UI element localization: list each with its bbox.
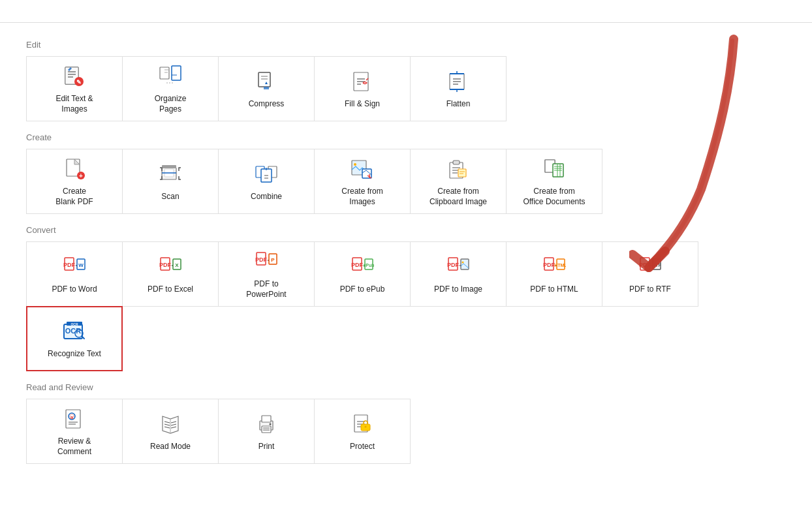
svg-rect-54: [461, 259, 469, 269]
svg-rect-8: [172, 66, 181, 80]
tool-label-edit-text-images: Edit Text &Images: [55, 94, 93, 114]
section-label-read-review: Read and Review: [26, 382, 786, 392]
tools-grid-convert: PDF W PDF to Word PDF X PDF to Excel PDF…: [26, 241, 786, 371]
svg-text:PDF: PDF: [639, 262, 651, 268]
tool-icon-combine: [253, 161, 279, 187]
tool-label-combine: Combine: [251, 192, 282, 202]
tool-icon-review-comment: a: [61, 406, 87, 432]
tool-icon-pdf-to-powerpoint: PDF P: [253, 249, 279, 275]
tool-icon-read-mode: [157, 411, 183, 437]
svg-text:PDF: PDF: [543, 262, 555, 268]
tool-label-print: Print: [258, 442, 275, 452]
tools-grid-read-review: a Review &Comment Read Mode P: [26, 399, 786, 463]
tool-label-pdf-to-epub: PDF to ePub: [340, 284, 385, 295]
svg-text:HTML: HTML: [554, 263, 566, 268]
tool-icon-fill-sign: [349, 69, 375, 95]
tool-icon-pdf-to-html: PDF HTML: [541, 254, 567, 280]
tool-icon-create-from-images: [349, 156, 375, 182]
section-label-convert: Convert: [26, 225, 786, 235]
tool-card-pdf-to-html[interactable]: PDF HTML PDF to HTML: [506, 241, 602, 307]
tool-icon-flatten: [445, 69, 471, 95]
tool-label-pdf-to-html: PDF to HTML: [530, 284, 578, 295]
section-label-edit: Edit: [26, 40, 786, 50]
svg-point-90: [365, 425, 367, 427]
tool-card-create-blank-pdf[interactable]: + CreateBlank PDF: [26, 149, 123, 214]
svg-rect-84: [262, 426, 271, 433]
svg-point-55: [462, 261, 464, 263]
tool-icon-create-from-clipboard: [445, 156, 471, 182]
tool-card-compress[interactable]: Compress: [218, 56, 315, 121]
content-area: Edit ✎ Edit Text &Images OrganizePages: [0, 23, 812, 498]
tool-label-flatten: Flatten: [446, 99, 471, 110]
svg-text:PDF: PDF: [255, 256, 268, 263]
svg-text:PDF: PDF: [63, 262, 76, 268]
tool-label-recognize-text: Recognize Text: [48, 349, 101, 360]
tool-label-protect: Protect: [350, 442, 375, 452]
tool-icon-pdf-to-epub: PDF ePub: [349, 254, 375, 280]
svg-text:RTF: RTF: [652, 263, 661, 268]
svg-point-87: [270, 423, 272, 425]
tool-icon-edit-text-images: ✎: [61, 63, 87, 89]
tool-label-organize-pages: OrganizePages: [155, 94, 187, 114]
tool-icon-create-from-office: [541, 156, 567, 182]
tools-grid-create: + CreateBlank PDF Scan Combine: [26, 149, 786, 213]
tool-icon-print: [253, 411, 279, 437]
tool-card-review-comment[interactable]: a Review &Comment: [26, 399, 123, 464]
svg-text:PDF: PDF: [447, 262, 460, 268]
tool-card-create-from-office[interactable]: Create fromOffice Documents: [506, 149, 602, 214]
page-title: [0, 0, 812, 23]
svg-rect-17: [162, 165, 176, 168]
tool-card-create-from-images[interactable]: Create fromImages: [314, 149, 411, 214]
tool-label-compress: Compress: [249, 99, 285, 110]
tool-card-create-from-clipboard[interactable]: Create fromClipboard Image: [410, 149, 507, 214]
tool-card-pdf-to-word[interactable]: PDF W PDF to Word: [26, 241, 123, 307]
svg-text:+: +: [79, 172, 83, 179]
tool-card-pdf-to-rtf[interactable]: PDF RTF PDF to RTF: [602, 241, 698, 307]
tool-icon-recognize-text: OCR OCR: [61, 318, 87, 345]
tool-icon-pdf-to-excel: PDF X: [157, 254, 183, 280]
tool-icon-create-blank-pdf: +: [61, 156, 87, 182]
svg-text:OCR: OCR: [65, 327, 82, 335]
tool-card-organize-pages[interactable]: OrganizePages: [122, 56, 219, 121]
tool-label-create-from-images: Create fromImages: [341, 187, 383, 207]
tool-label-pdf-to-rtf: PDF to RTF: [629, 284, 671, 295]
tool-card-pdf-to-image[interactable]: PDF PDF to Image: [410, 241, 507, 307]
svg-rect-28: [458, 169, 466, 177]
tool-card-read-mode[interactable]: Read Mode: [122, 399, 219, 464]
tools-grid-edit: ✎ Edit Text &Images OrganizePages Compre…: [26, 56, 786, 121]
tool-label-create-from-clipboard: Create fromClipboard Image: [429, 187, 487, 207]
tool-label-pdf-to-word: PDF to Word: [52, 284, 97, 295]
tool-label-review-comment: Review &Comment: [57, 437, 91, 457]
tool-card-print[interactable]: Print: [218, 399, 315, 464]
tool-card-scan[interactable]: Scan: [122, 149, 219, 214]
tool-label-pdf-to-powerpoint: PDF toPowerPoint: [246, 279, 286, 299]
svg-rect-9: [258, 72, 270, 87]
tool-label-pdf-to-image: PDF to Image: [434, 284, 482, 295]
tool-card-recognize-text[interactable]: OCR OCR Recognize Text: [26, 306, 123, 371]
svg-rect-7: [160, 67, 169, 79]
tool-label-create-from-office: Create fromOffice Documents: [523, 187, 585, 207]
tool-icon-protect: [349, 411, 375, 437]
tool-card-combine[interactable]: Combine: [218, 149, 315, 214]
tool-card-pdf-to-excel[interactable]: PDF X PDF to Excel: [122, 241, 219, 307]
tool-icon-organize-pages: [157, 63, 183, 89]
svg-text:X: X: [175, 262, 179, 268]
section-label-create: Create: [26, 132, 786, 142]
tool-card-fill-sign[interactable]: Fill & Sign: [314, 56, 411, 121]
tool-card-protect[interactable]: Protect: [314, 399, 411, 464]
svg-text:OCR: OCR: [70, 322, 78, 326]
tool-label-read-mode: Read Mode: [150, 442, 191, 452]
tool-icon-compress: [253, 69, 279, 95]
tool-label-fill-sign: Fill & Sign: [345, 99, 380, 110]
tool-card-flatten[interactable]: Flatten: [410, 56, 507, 121]
tool-icon-pdf-to-rtf: PDF RTF: [637, 254, 663, 280]
svg-text:✎: ✎: [76, 79, 82, 85]
svg-text:W: W: [78, 262, 84, 268]
tool-label-scan: Scan: [161, 192, 179, 202]
tool-card-pdf-to-epub[interactable]: PDF ePub PDF to ePub: [314, 241, 411, 307]
tool-label-create-blank-pdf: CreateBlank PDF: [55, 187, 93, 207]
tool-card-pdf-to-powerpoint[interactable]: PDF P PDF toPowerPoint: [218, 241, 315, 307]
tool-card-edit-text-images[interactable]: ✎ Edit Text &Images: [26, 56, 123, 121]
tool-icon-pdf-to-image: PDF: [445, 254, 471, 280]
svg-rect-27: [453, 161, 460, 164]
